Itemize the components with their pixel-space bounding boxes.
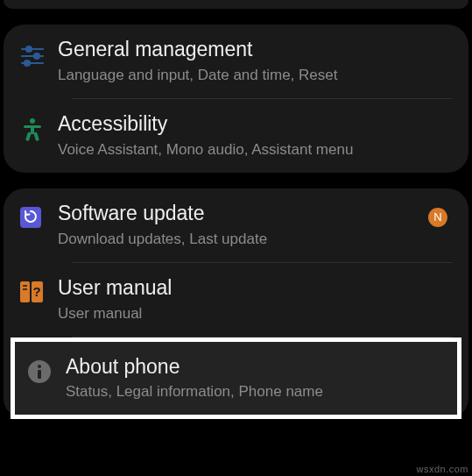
settings-card: General management Language and input, D… xyxy=(4,25,468,173)
svg-point-1 xyxy=(26,46,32,52)
svg-rect-9 xyxy=(25,131,32,141)
row-title: General management xyxy=(58,37,453,63)
svg-rect-12 xyxy=(20,281,30,302)
settings-row-about-phone[interactable]: About phone Status, Legal information, P… xyxy=(15,342,457,416)
settings-row-general-management[interactable]: General management Language and input, D… xyxy=(4,25,468,98)
svg-point-3 xyxy=(34,53,39,59)
row-title: User manual xyxy=(58,275,453,302)
row-title: Accessibility xyxy=(58,111,453,138)
settings-row-accessibility[interactable]: Accessibility Voice Assistant, Mono audi… xyxy=(4,99,468,173)
watermark: wsxdn.com xyxy=(412,462,472,476)
settings-card-partial xyxy=(4,0,468,9)
svg-rect-11 xyxy=(20,207,41,228)
row-title: About phone xyxy=(66,354,443,380)
row-subtitle: Voice Assistant, Mono audio, Assistant m… xyxy=(58,141,453,159)
notification-badge: N xyxy=(428,208,447,227)
row-subtitle: Download updates, Last update xyxy=(58,231,453,248)
svg-rect-19 xyxy=(38,370,41,379)
row-subtitle: User manual xyxy=(58,305,453,323)
svg-rect-8 xyxy=(31,125,34,134)
svg-text:?: ? xyxy=(32,284,40,299)
info-icon xyxy=(27,354,66,384)
highlight-box: About phone Status, Legal information, P… xyxy=(11,337,461,420)
settings-row-user-manual[interactable]: ? User manual User manual xyxy=(4,263,468,337)
row-subtitle: Status, Legal information, Phone name xyxy=(66,383,443,401)
svg-point-5 xyxy=(25,60,30,66)
svg-rect-10 xyxy=(33,131,39,141)
row-subtitle: Language and input, Date and time, Reset xyxy=(58,67,453,84)
settings-row-software-update[interactable]: Software update Download updates, Last u… xyxy=(4,188,468,262)
svg-point-18 xyxy=(38,365,41,368)
update-icon xyxy=(19,201,58,229)
svg-point-6 xyxy=(30,118,35,124)
manual-icon: ? xyxy=(19,275,58,303)
sliders-icon xyxy=(19,37,58,68)
person-icon xyxy=(19,111,58,143)
row-title: Software update xyxy=(58,201,453,227)
settings-card: Software update Download updates, Last u… xyxy=(4,188,468,420)
